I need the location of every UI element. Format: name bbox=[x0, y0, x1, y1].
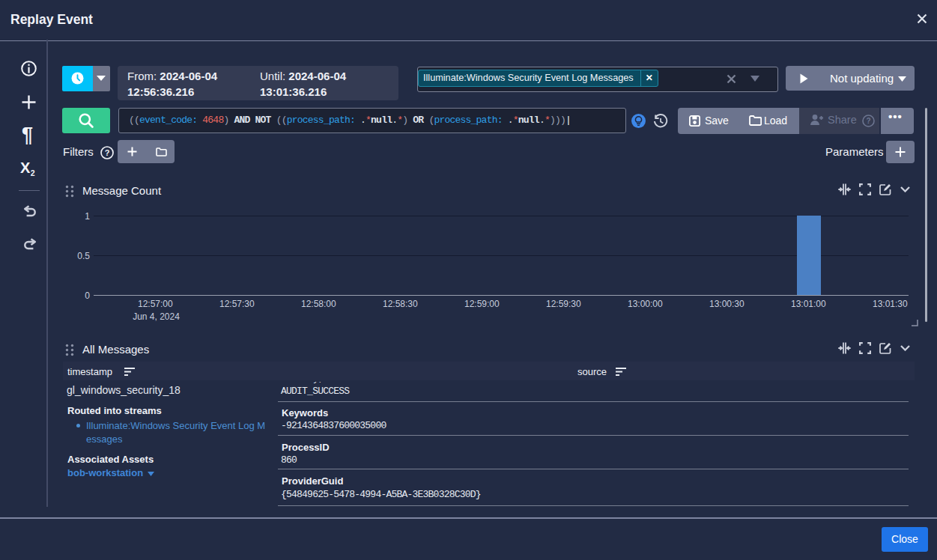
svg-text:?: ? bbox=[866, 117, 870, 125]
svg-text:?: ? bbox=[105, 148, 110, 157]
